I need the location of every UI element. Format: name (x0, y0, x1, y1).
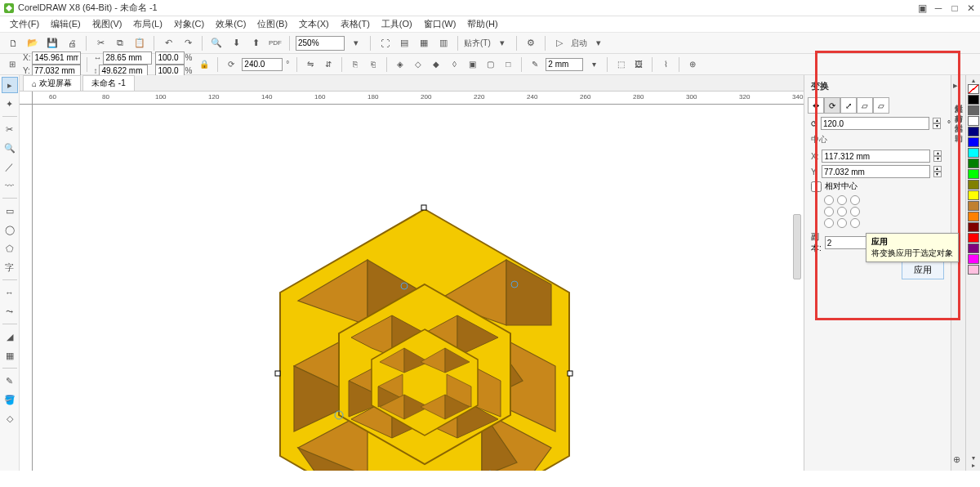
shape-tool[interactable]: ✦ (2, 96, 18, 112)
cx-down[interactable]: ▾ (933, 156, 942, 162)
color-swatch[interactable] (968, 159, 979, 168)
canvas[interactable] (33, 105, 804, 471)
menu-table[interactable]: 表格(T) (336, 16, 375, 32)
transform-position-tab[interactable]: ✥ (808, 97, 824, 114)
palette-down-arrow[interactable]: ▾ (972, 454, 975, 462)
scale-x-input[interactable] (155, 51, 185, 65)
outline-dropdown-icon[interactable]: ▾ (586, 57, 601, 72)
copy-icon[interactable]: ⧉ (112, 35, 128, 51)
color-swatch[interactable] (968, 244, 979, 253)
transform-skew-tab[interactable]: ▱ (873, 97, 889, 114)
cy-down[interactable]: ▾ (933, 172, 942, 177)
color-swatch[interactable] (968, 254, 979, 264)
tab-welcome[interactable]: ⌂欢迎屏幕 (23, 75, 81, 91)
menu-view[interactable]: 视图(V) (87, 16, 127, 32)
anchor-bl[interactable] (824, 218, 834, 228)
transform-rotate-tab[interactable]: ⟳ (824, 97, 840, 114)
menu-bitmap[interactable]: 位图(B) (252, 16, 292, 32)
hexagon-artwork[interactable] (274, 203, 576, 471)
show-grid-icon[interactable]: ▦ (416, 35, 432, 51)
simplify-icon[interactable]: ◊ (447, 57, 461, 72)
ruler-horizontal[interactable]: 6080100120140160180200220240260280300320… (33, 92, 804, 105)
fullscreen-icon[interactable]: ⛶ (376, 35, 393, 51)
connector-tool[interactable]: ⤳ (2, 303, 18, 319)
extra-window-icon[interactable]: ▣ (916, 2, 928, 14)
outline-width-input[interactable] (546, 58, 583, 71)
menu-object[interactable]: 对象(C) (169, 16, 209, 32)
color-swatch[interactable] (968, 169, 979, 179)
import-icon[interactable]: ⬇ (228, 35, 244, 51)
menu-tools[interactable]: 工具(O) (376, 16, 417, 32)
rotation-angle-input[interactable] (821, 117, 929, 130)
anchor-mr[interactable] (850, 207, 860, 217)
quick-customize-icon[interactable]: ⊕ (685, 57, 700, 72)
apply-button[interactable]: 应用 (902, 261, 944, 279)
undo-icon[interactable]: ↶ (160, 35, 176, 51)
color-swatch[interactable] (968, 148, 979, 158)
pick-tool[interactable]: ▸ (2, 77, 18, 93)
cy-up[interactable]: ▴ (933, 166, 942, 172)
launch-dropdown-icon[interactable]: ▾ (590, 35, 607, 51)
print-icon[interactable]: 🖨 (64, 35, 80, 51)
convert-curves-icon[interactable]: ⌇ (658, 57, 673, 72)
color-swatch[interactable] (968, 105, 979, 115)
search-icon[interactable]: 🔍 (208, 35, 225, 51)
close-button[interactable]: ✕ (965, 2, 977, 14)
color-swatch[interactable] (968, 233, 979, 243)
anchor-tl[interactable] (824, 195, 834, 205)
drop-shadow-tool[interactable]: ◢ (2, 328, 18, 345)
x-position-input[interactable] (32, 51, 81, 65)
export-icon[interactable]: ⬆ (247, 35, 264, 51)
hint-icon[interactable]: ⊕ (953, 454, 964, 466)
menu-layout[interactable]: 布局(L) (128, 16, 167, 32)
menu-window[interactable]: 窗口(W) (419, 16, 461, 32)
zoom-tool[interactable]: 🔍 (2, 140, 18, 156)
docker-scrollbar[interactable] (793, 214, 801, 279)
menu-file[interactable]: 文件(F) (5, 16, 44, 32)
anchor-bc[interactable] (837, 218, 847, 228)
menu-effects[interactable]: 效果(C) (211, 16, 251, 32)
maximize-button[interactable]: □ (949, 2, 960, 14)
publish-pdf-icon[interactable]: PDF (267, 35, 283, 51)
palette-flyout-arrow[interactable]: ▸ (972, 462, 975, 469)
minimize-button[interactable]: ─ (933, 2, 944, 14)
freehand-tool[interactable]: ／ (2, 159, 18, 175)
menu-text[interactable]: 文本(X) (294, 16, 334, 32)
eyedropper-tool[interactable]: ✎ (2, 373, 18, 389)
boundary-icon[interactable]: □ (501, 57, 515, 72)
anchor-tc[interactable] (837, 195, 847, 205)
color-swatch[interactable] (968, 212, 979, 221)
artistic-media-tool[interactable]: 〰 (2, 177, 18, 194)
wrap-text-icon[interactable]: ⬚ (613, 57, 628, 72)
open-icon[interactable]: 📂 (24, 35, 41, 51)
transform-scale-tab[interactable]: ⤢ (840, 97, 857, 114)
color-swatch[interactable] (968, 265, 979, 275)
lock-ratio-icon[interactable]: 🔒 (197, 57, 212, 72)
cx-up[interactable]: ▴ (933, 150, 942, 156)
transform-size-tab[interactable]: ▱ (857, 97, 873, 114)
right-tab-icon[interactable]: ▸ (953, 80, 964, 92)
cut-icon[interactable]: ✂ (92, 35, 109, 51)
zoom-level-input[interactable] (296, 36, 345, 51)
angle-down[interactable]: ▾ (933, 123, 941, 129)
launch-icon[interactable]: ▷ (551, 35, 568, 51)
menu-help[interactable]: 帮助(H) (462, 16, 502, 32)
color-swatch[interactable] (968, 222, 979, 232)
intersect-icon[interactable]: ◆ (429, 57, 443, 72)
rectangle-tool[interactable]: ▭ (2, 203, 18, 219)
anchor-tr[interactable] (850, 195, 860, 205)
ellipse-tool[interactable]: ◯ (2, 221, 18, 238)
width-input[interactable] (103, 51, 152, 65)
color-swatch[interactable] (968, 201, 979, 211)
back-minus-front-icon[interactable]: ▢ (483, 57, 497, 72)
show-guidelines-icon[interactable]: ▥ (435, 35, 452, 51)
text-tool[interactable]: 字 (2, 259, 18, 275)
relative-center-checkbox[interactable] (811, 181, 822, 192)
anchor-mc[interactable] (837, 207, 847, 217)
snap-label[interactable]: 贴齐(T) (464, 38, 491, 49)
paste-icon[interactable]: 📋 (131, 35, 148, 51)
anchor-br[interactable] (850, 218, 860, 228)
mirror-h-icon[interactable]: ⇋ (303, 57, 318, 72)
snap-dropdown-icon[interactable]: ▾ (494, 35, 510, 51)
center-y-input[interactable] (822, 165, 930, 178)
